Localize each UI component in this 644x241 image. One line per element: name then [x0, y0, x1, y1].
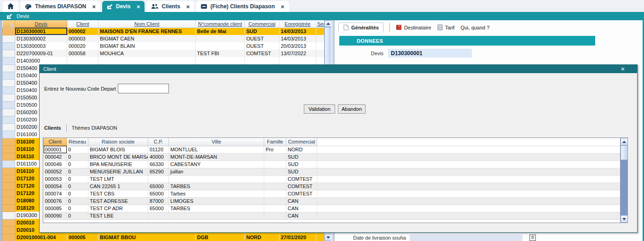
row-header[interactable] — [3, 189, 15, 197]
cell-commercial[interactable]: COMTEST — [245, 50, 279, 57]
cell-date[interactable]: 20/03/2013 — [279, 42, 316, 50]
cell-famille[interactable] — [264, 212, 286, 219]
cell-commande[interactable]: TEST FBI — [196, 50, 245, 57]
dialog-close-icon[interactable]: × — [619, 65, 627, 73]
column-header-commercial[interactable]: Commercial — [245, 20, 279, 28]
tab-close-icon[interactable]: × — [186, 3, 190, 10]
cell-ser[interactable] — [316, 28, 325, 35]
detail-tab-g-n-ralit-s[interactable]: Généralités — [338, 23, 383, 32]
cell-commande[interactable] — [196, 57, 245, 64]
cell-famille[interactable] — [264, 205, 286, 212]
column-header-client[interactable]: Client — [44, 138, 67, 146]
cell-reseau[interactable]: 0 — [67, 183, 88, 190]
column-header-devis[interactable]: Devis — [15, 20, 67, 28]
cell-famille[interactable] — [264, 175, 286, 183]
cell-date[interactable]: 14/03/2013 — [279, 28, 316, 35]
cell-commercial[interactable]: CAN — [286, 212, 317, 219]
grid-row[interactable]: D220700009-01000058MOUHICATEST FBICOMTES… — [3, 50, 325, 57]
detail-tab-tarif[interactable]: Tarif — [437, 24, 455, 30]
row-header[interactable] — [3, 138, 15, 145]
cell-client[interactable]: 000085 — [44, 205, 67, 212]
cell-ville[interactable]: TARBES — [169, 183, 264, 190]
dialog-titlebar[interactable]: Client — [40, 65, 637, 73]
scroll-up-button[interactable] — [325, 20, 331, 27]
lookup-button[interactable]: 0 — [529, 235, 536, 241]
cell-devis[interactable]: D200100001-004 — [15, 234, 67, 241]
cell-raison[interactable]: TEST LBE — [88, 212, 148, 219]
cell-cp[interactable]: 65000 — [148, 205, 169, 212]
tab-clients[interactable]: Clients× — [146, 1, 194, 12]
cell-client[interactable]: 000054 — [44, 183, 67, 190]
cell-devis[interactable]: D130300003 — [15, 42, 67, 50]
cell-famille[interactable] — [264, 190, 286, 197]
cell-client[interactable]: 000090 — [44, 212, 67, 219]
select-all-corner[interactable] — [3, 20, 15, 28]
tab-close-icon[interactable]: × — [92, 3, 96, 10]
column-header-ser[interactable]: Ser — [316, 20, 325, 28]
cell-raison[interactable]: CAN 22265 1 — [88, 183, 148, 190]
client-row[interactable]: 0000540CAN 22265 165000TARBESCOMTEST — [44, 183, 621, 190]
column-header-n-commande-client[interactable]: N°commande client — [196, 20, 245, 28]
tab-th-mes-diapason[interactable]: Thèmes DIAPASON× — [20, 1, 100, 12]
cell-commercial[interactable]: COMTEST — [286, 190, 317, 197]
row-header[interactable] — [3, 28, 15, 35]
client-row[interactable]: 0000850TEST CP ADR65000TARBESCAN — [44, 205, 621, 212]
cell-cp[interactable]: 87000 — [148, 197, 169, 205]
row-header[interactable] — [3, 86, 15, 94]
cell-nom[interactable]: BIGMAT CAEN — [99, 35, 196, 42]
cell-cp[interactable]: 65000 — [148, 183, 169, 190]
cell-famille[interactable] — [264, 168, 286, 175]
cell-nom[interactable]: MAISONS D'EN FRANCE RENNES — [99, 28, 196, 35]
column-header-ville[interactable]: Ville — [169, 138, 264, 146]
client-row[interactable]: 0000420BRICO MONT DE MARSA40000MONT-DE-M… — [44, 153, 621, 161]
row-header[interactable] — [3, 72, 15, 79]
cell-commercial[interactable]: NORD — [245, 234, 279, 241]
client-row[interactable]: 0000010BIGMAT BLOIS01120MONTLUELProNORD — [44, 146, 621, 153]
tab-devis[interactable]: Devis× — [102, 1, 145, 12]
cell-client[interactable] — [67, 57, 99, 64]
cell-devis[interactable]: D220700009-01 — [15, 50, 67, 57]
row-header[interactable] — [3, 50, 15, 57]
row-header[interactable] — [3, 94, 15, 101]
cell-date[interactable]: 14/03/2013 — [279, 35, 316, 42]
row-header[interactable] — [3, 64, 15, 72]
row-header[interactable] — [3, 160, 15, 167]
cell-reseau[interactable]: 0 — [67, 168, 88, 175]
grid-row[interactable]: D130300002000003BIGMAT CAENOUEST14/03/20… — [3, 35, 325, 42]
grid-row[interactable]: D1403000 — [3, 57, 325, 64]
row-header[interactable] — [3, 116, 15, 123]
cell-reseau[interactable]: 0 — [67, 146, 88, 153]
cell-nom[interactable]: BIGMAT BLAIN — [99, 42, 196, 50]
cell-client[interactable]: 000003 — [67, 35, 99, 42]
cell-devis[interactable]: D130300002 — [15, 35, 67, 42]
cell-raison[interactable]: BPA MENUISERIE — [88, 161, 148, 168]
cell-ville[interactable]: CABESTANY — [169, 161, 264, 168]
column-header-enregistr-e[interactable]: Enregistrée — [279, 20, 316, 28]
cell-ville[interactable]: MONT-DE-MARSAN — [169, 153, 264, 161]
cell-ville[interactable] — [169, 175, 264, 183]
cell-client[interactable]: 000074 — [44, 190, 67, 197]
client-row[interactable]: 0000490BPA MENUISERIE66330CABESTANYSUD — [44, 161, 621, 168]
cell-cp[interactable] — [148, 175, 169, 183]
cell-client[interactable]: 000002 — [67, 28, 99, 35]
cell-date[interactable] — [279, 57, 316, 64]
client-row[interactable]: 0000760TEST ADRESSE87000LIMOGESCAN — [44, 197, 621, 205]
cell-commercial[interactable]: CAN — [286, 205, 317, 212]
column-header-commercial[interactable]: Commercial — [286, 138, 317, 146]
cell-ser[interactable] — [316, 50, 325, 57]
cell-nom[interactable]: MOUHICA — [99, 50, 196, 57]
cell-ser[interactable] — [316, 234, 325, 241]
cell-commercial[interactable]: OUEST — [245, 35, 279, 42]
cell-commercial[interactable]: COMTEST — [286, 175, 317, 183]
cell-commande[interactable] — [196, 35, 245, 42]
cell-famille[interactable] — [264, 183, 286, 190]
row-header[interactable] — [3, 123, 15, 131]
cell-commercial[interactable]: SUD — [286, 153, 317, 161]
cell-commercial[interactable]: SUD — [286, 168, 317, 175]
cell-ser[interactable] — [316, 35, 325, 42]
row-header[interactable] — [3, 219, 15, 226]
detail-tab-destinataire[interactable]: Destinataire — [396, 24, 431, 30]
cell-raison[interactable]: TEST LMT — [88, 175, 148, 183]
cell-date[interactable]: 13/07/2022 — [279, 50, 316, 57]
row-header[interactable] — [3, 182, 15, 189]
